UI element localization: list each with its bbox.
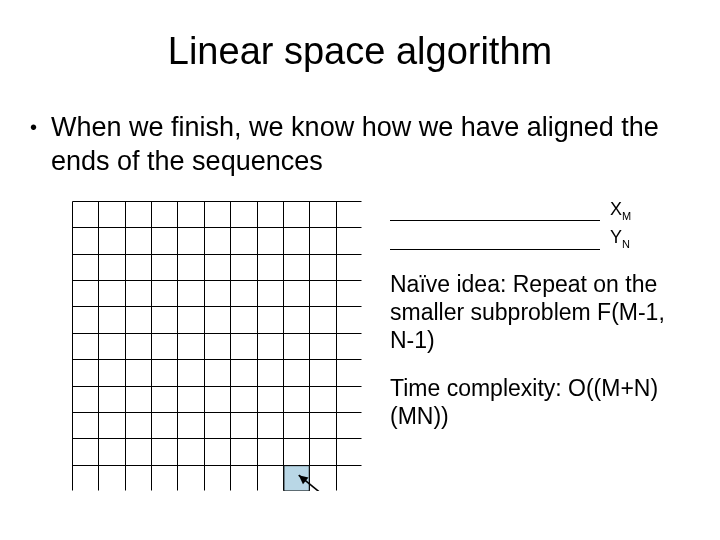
seq-x-var: X <box>610 199 622 219</box>
time-complexity-text: Time complexity: O((M+N)(MN)) <box>390 374 684 430</box>
naive-idea-text: Naïve idea: Repeat on the smaller subpro… <box>390 270 684 354</box>
grid-svg <box>72 201 362 491</box>
seq-y-sub: N <box>622 238 630 250</box>
sequence-y-rule <box>390 238 600 250</box>
sequence-y-label: YN <box>610 227 630 250</box>
sequence-x-label: XM <box>610 199 631 222</box>
bullet-item: • When we finish, we know how we have al… <box>30 111 684 179</box>
seq-y-var: Y <box>610 227 622 247</box>
bullet-marker: • <box>30 111 37 143</box>
slide-title: Linear space algorithm <box>36 30 684 73</box>
sequence-x-rule <box>390 209 600 221</box>
dp-grid <box>72 201 362 491</box>
sequence-y-row: YN <box>390 227 684 250</box>
slide: Linear space algorithm • When we finish,… <box>0 0 720 540</box>
seq-x-sub: M <box>622 209 631 221</box>
sequence-x-row: XM <box>390 199 684 222</box>
content-row: XM YN Naïve idea: Repeat on the smaller … <box>36 197 684 491</box>
bullet-text: When we finish, we know how we have alig… <box>51 111 684 179</box>
right-column: XM YN Naïve idea: Repeat on the smaller … <box>390 197 684 430</box>
